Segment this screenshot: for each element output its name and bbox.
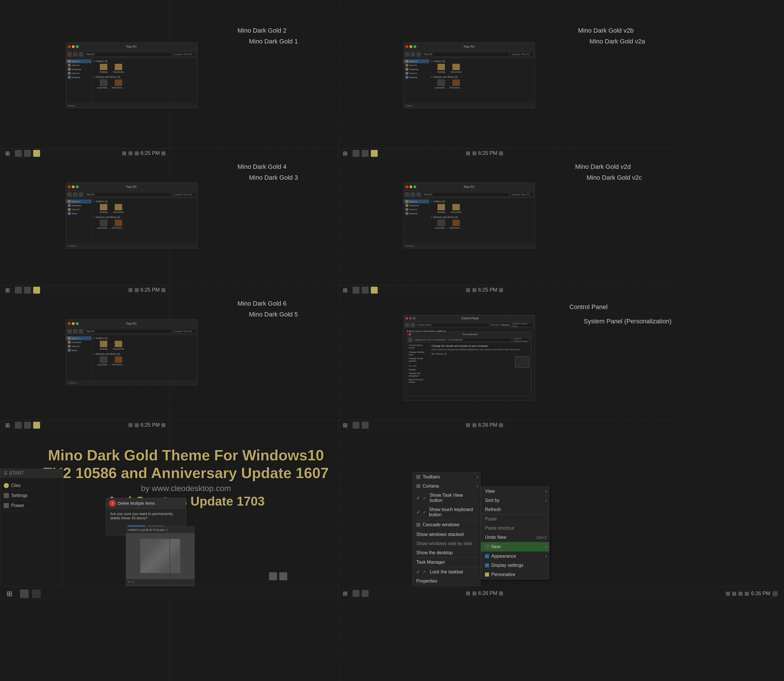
ctx-cortana[interactable]: Cortana › bbox=[412, 481, 480, 491]
cp-address[interactable]: Control Panel bbox=[416, 323, 489, 327]
tb-lr2[interactable] bbox=[362, 422, 369, 429]
fe-ld-5[interactable]: Local Disk (C:) bbox=[97, 356, 110, 366]
desktop-context-menu[interactable]: Toolbars › Cortana › ✓ Show Task View bu… bbox=[412, 472, 481, 586]
search-5[interactable]: Search This PC bbox=[173, 329, 196, 334]
ctx-taskmanager[interactable]: Task Manager bbox=[412, 557, 480, 567]
tb-mr2[interactable] bbox=[362, 287, 369, 294]
cp-inner-back[interactable]: ‹ bbox=[408, 337, 413, 342]
back-5[interactable]: ‹ bbox=[67, 329, 72, 334]
ctx-showdesktop[interactable]: Show the desktop bbox=[412, 548, 480, 557]
addr-5[interactable]: This PC bbox=[84, 329, 172, 334]
cp-sidebar-item-3[interactable]: Display bbox=[409, 368, 428, 371]
ctx-properties[interactable]: Properties bbox=[412, 576, 480, 586]
start-ll[interactable]: ⊞ bbox=[2, 420, 13, 430]
sidebar-item-thispc[interactable]: This PC bbox=[66, 63, 92, 67]
ctx-sidebyside[interactable]: Show windows side by side bbox=[412, 539, 480, 548]
sb-qa-3[interactable]: Quick a... bbox=[66, 200, 92, 203]
fe-forward-btn[interactable]: › bbox=[73, 52, 78, 57]
notif-ll[interactable] bbox=[162, 423, 165, 427]
sub-paste[interactable]: Paste bbox=[481, 514, 549, 524]
max-v2c[interactable] bbox=[413, 185, 416, 188]
back-3[interactable]: ‹ bbox=[67, 192, 72, 197]
tb-ll2[interactable] bbox=[24, 422, 31, 429]
start-btn-tr[interactable]: ⊞ bbox=[340, 148, 350, 158]
fe-d-v2c[interactable]: Desktop bbox=[435, 204, 448, 214]
tb-icon-tr3[interactable] bbox=[371, 150, 378, 157]
sub-view[interactable]: View › bbox=[481, 487, 549, 496]
sub-new[interactable]: New › bbox=[481, 542, 549, 551]
sidebar-quickaccess-v2[interactable]: Quick a... bbox=[404, 59, 429, 63]
ctx-toolbars[interactable]: Toolbars › bbox=[412, 472, 480, 481]
sb-net-5[interactable]: Netw... bbox=[66, 348, 92, 352]
fe-doc-v2c[interactable]: Documents bbox=[450, 204, 462, 214]
cp-sidebar-item-5[interactable]: Ease of Access Center bbox=[409, 378, 428, 384]
sidebar-item-onedrive[interactable]: OneDrive bbox=[66, 67, 92, 71]
sub-appearance[interactable]: Appearance › bbox=[481, 551, 549, 561]
sub-displaysettings[interactable]: Display settings bbox=[481, 561, 549, 570]
sb-tp-v2c[interactable]: This PC bbox=[404, 207, 429, 211]
tb-ll3[interactable] bbox=[33, 422, 40, 429]
addr-v2c[interactable]: This PC bbox=[422, 192, 510, 197]
sidebar-item-thispc2[interactable]: This PC bbox=[66, 71, 92, 75]
sidebar-item-quickaccess[interactable]: Quick a... bbox=[66, 59, 92, 63]
sub-personalize[interactable]: Personalize bbox=[481, 570, 549, 579]
cp-theme-preview[interactable] bbox=[515, 356, 529, 368]
fe-address-bar[interactable]: This PC bbox=[84, 52, 172, 57]
sidebar-thispc-v2[interactable]: This PC bbox=[404, 63, 429, 67]
start-main[interactable]: ⊞ bbox=[2, 587, 17, 601]
fe-close-btn-v2[interactable] bbox=[405, 45, 408, 48]
cp-back[interactable]: ‹ bbox=[405, 323, 409, 327]
up-3[interactable]: ↑ bbox=[79, 192, 83, 197]
tb-lr1[interactable] bbox=[353, 422, 360, 429]
sb-qa-v2c[interactable]: Quick a... bbox=[404, 200, 429, 203]
fe-back-btn-v2[interactable]: ‹ bbox=[405, 52, 409, 57]
cp-sidebar-item-2[interactable]: Change mouse pointers bbox=[409, 356, 428, 363]
notification-icon-1[interactable] bbox=[162, 151, 165, 155]
min-5[interactable] bbox=[72, 322, 75, 325]
sb-qa-5[interactable]: Quick a... bbox=[66, 336, 92, 340]
fe-doc-5[interactable]: Documents bbox=[112, 341, 125, 350]
fe-search-box[interactable]: Search This PC bbox=[173, 52, 196, 57]
fe-item-dvd[interactable]: DVD Drive (D:) bbox=[112, 79, 125, 89]
notif-br[interactable] bbox=[499, 591, 503, 595]
tb-icon-tr2[interactable] bbox=[362, 150, 369, 157]
sidebar-network-v2[interactable]: Network bbox=[404, 75, 429, 79]
fe-d-5[interactable]: Desktop bbox=[97, 341, 110, 350]
min-v2c[interactable] bbox=[409, 185, 412, 188]
tray-ps-2[interactable] bbox=[279, 572, 287, 580]
tb-icon-tr1[interactable] bbox=[353, 150, 360, 157]
sub-pasteshortcut[interactable]: Paste shortcut bbox=[481, 524, 549, 533]
fe-dvd-v2[interactable]: DVD Drive (D:) bbox=[450, 79, 462, 89]
max-5[interactable] bbox=[76, 322, 79, 325]
fe-item-desktop[interactable]: Desktop bbox=[97, 64, 110, 73]
cp-search-box[interactable]: Search Control Panel bbox=[511, 323, 534, 327]
fwd-3[interactable]: › bbox=[73, 192, 78, 197]
sub-sortby[interactable]: Sort by › bbox=[481, 496, 549, 505]
sb-net-v2c[interactable]: Network bbox=[404, 211, 429, 215]
cp-inner-close[interactable] bbox=[409, 333, 411, 336]
sub-refresh[interactable]: Refresh bbox=[481, 505, 549, 514]
fe-max-btn-v2[interactable] bbox=[413, 45, 416, 48]
tb-mr3[interactable] bbox=[371, 287, 378, 294]
start-lr[interactable]: ⊞ bbox=[340, 420, 350, 430]
up-5[interactable]: ↑ bbox=[79, 329, 83, 334]
tb-ml2[interactable] bbox=[24, 287, 31, 294]
fe-address-bar-v2[interactable]: This PC bbox=[422, 52, 510, 57]
fe-documents-v2[interactable]: Documents bbox=[450, 64, 462, 73]
tb-ml3[interactable] bbox=[33, 287, 40, 294]
notif-ml[interactable] bbox=[162, 288, 165, 292]
max-3[interactable] bbox=[76, 185, 79, 188]
fe-dvd-3[interactable]: DVD Drive (D:) bbox=[112, 220, 125, 229]
sb-net-3[interactable]: Netw... bbox=[66, 211, 92, 215]
cp-fwd[interactable]: › bbox=[410, 323, 415, 327]
cp-viewby[interactable]: Category bbox=[500, 324, 510, 326]
fe-up-btn[interactable]: ↑ bbox=[79, 52, 83, 57]
fe-dvd-5[interactable]: DVD Drive (D:) bbox=[112, 356, 125, 366]
close-3[interactable] bbox=[68, 185, 71, 188]
search-3[interactable]: Search This PC bbox=[173, 192, 196, 197]
tb-br2[interactable] bbox=[362, 590, 369, 597]
start-item-settings[interactable]: Settings bbox=[0, 491, 63, 501]
fe-docs-3[interactable]: Documents bbox=[112, 204, 125, 214]
notif-mr[interactable] bbox=[499, 288, 503, 292]
cp-sidebar-item-1[interactable]: Change desktop icons bbox=[409, 350, 428, 356]
